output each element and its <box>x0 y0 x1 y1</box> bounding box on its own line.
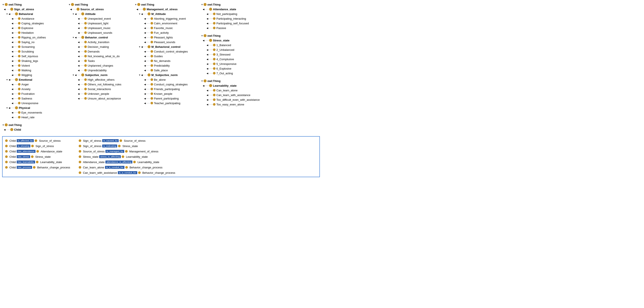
expand-arrow[interactable]: ▼ <box>201 80 204 82</box>
collapse-arrow[interactable]: ◀ <box>144 55 146 57</box>
expand-arrow[interactable]: ▼ <box>68 3 71 6</box>
collapse-arrow[interactable]: ◀ <box>203 8 204 10</box>
collapse-arrow[interactable]: ◀ <box>206 53 208 56</box>
collapse-arrow[interactable]: ◀ <box>78 41 80 43</box>
expand-arrow[interactable]: ▼ <box>6 13 8 15</box>
collapse-arrow[interactable]: ◀ <box>4 129 6 131</box>
collapse-arrow[interactable]: ◀ <box>206 58 208 60</box>
collapse-arrow[interactable]: ◀ <box>12 97 13 100</box>
collapse-arrow[interactable]: ◀ <box>144 32 146 34</box>
expand-arrow[interactable]: ▼ <box>138 13 141 15</box>
collapse-arrow[interactable]: ◀ <box>75 36 76 39</box>
collapse-arrow[interactable]: ◀ <box>12 32 13 34</box>
collapse-arrow[interactable]: ◀ <box>144 69 146 71</box>
collapse-arrow[interactable]: ◀ <box>78 60 80 62</box>
collapse-arrow[interactable]: ◀ <box>12 69 13 71</box>
collapse-arrow[interactable]: ◀ <box>144 27 146 29</box>
collapse-arrow[interactable]: ◀ <box>206 13 208 15</box>
collapse-arrow[interactable]: ◀ <box>144 83 146 86</box>
collapse-arrow[interactable]: ◀ <box>78 64 80 67</box>
collapse-arrow[interactable]: ◀ <box>144 93 146 95</box>
collapse-arrow[interactable]: ◀ <box>12 17 13 20</box>
collapse-arrow[interactable]: ◀ <box>203 39 204 42</box>
collapse-arrow[interactable]: ◀ <box>78 46 80 48</box>
expand-arrow[interactable]: ▼ <box>72 36 75 39</box>
collapse-arrow[interactable]: ◀ <box>78 17 80 20</box>
expand-arrow[interactable]: ▼ <box>2 124 5 126</box>
collapse-arrow[interactable]: ◀ <box>78 22 80 24</box>
collapse-arrow[interactable]: ◀ <box>206 72 208 74</box>
collapse-arrow[interactable]: ◀ <box>206 89 208 92</box>
collapse-arrow[interactable]: ◀ <box>12 50 13 53</box>
collapse-arrow[interactable]: ◀ <box>12 22 13 24</box>
collapse-arrow[interactable]: ◀ <box>141 74 143 76</box>
collapse-arrow[interactable]: ◀ <box>144 64 146 67</box>
collapse-arrow[interactable]: ◀ <box>75 74 76 76</box>
collapse-arrow[interactable]: ◀ <box>206 63 208 65</box>
expand-arrow[interactable]: ▼ <box>72 13 75 15</box>
collapse-arrow[interactable]: ◀ <box>78 27 80 29</box>
collapse-arrow[interactable]: ◀ <box>144 97 146 100</box>
collapse-arrow[interactable]: ◀ <box>144 17 146 20</box>
collapse-arrow[interactable]: ◀ <box>144 50 146 53</box>
collapse-arrow[interactable]: ◀ <box>12 36 13 39</box>
expand-arrow[interactable]: ▼ <box>2 3 5 6</box>
collapse-arrow[interactable]: ◀ <box>206 103 208 106</box>
collapse-arrow[interactable]: ◀ <box>12 60 13 62</box>
collapse-arrow[interactable]: ◀ <box>12 83 13 86</box>
collapse-arrow[interactable]: ◀ <box>70 8 72 10</box>
collapse-arrow[interactable]: ◀ <box>206 17 208 20</box>
collapse-arrow[interactable]: ◀ <box>12 27 13 29</box>
collapse-arrow[interactable]: ◀ <box>78 79 80 81</box>
collapse-arrow[interactable]: ◀ <box>78 69 80 71</box>
collapse-arrow[interactable]: ◀ <box>78 93 80 95</box>
collapse-arrow[interactable]: ◀ <box>206 99 208 101</box>
collapse-arrow[interactable]: ◀ <box>12 111 13 114</box>
collapse-arrow[interactable]: ◀ <box>144 60 146 62</box>
collapse-arrow[interactable]: ◀ <box>206 94 208 96</box>
collapse-arrow[interactable]: ◀ <box>144 79 146 81</box>
collapse-arrow[interactable]: ◀ <box>206 22 208 24</box>
expand-arrow[interactable]: ▼ <box>201 35 204 37</box>
collapse-arrow[interactable]: ◀ <box>144 102 146 104</box>
expand-arrow[interactable]: ▼ <box>201 3 204 6</box>
expand-arrow[interactable]: ▼ <box>6 107 8 109</box>
collapse-arrow[interactable]: ◀ <box>144 88 146 90</box>
collapse-arrow[interactable]: ◀ <box>75 13 76 15</box>
collapse-arrow[interactable]: ◀ <box>12 46 13 48</box>
collapse-arrow[interactable]: ◀ <box>12 41 13 43</box>
collapse-arrow[interactable]: ◀ <box>203 85 204 87</box>
collapse-arrow[interactable]: ◀ <box>144 36 146 39</box>
collapse-arrow[interactable]: ◀ <box>8 13 10 15</box>
collapse-arrow[interactable]: ◀ <box>78 55 80 57</box>
collapse-arrow[interactable]: ◀ <box>78 50 80 53</box>
collapse-arrow[interactable]: ◀ <box>206 27 208 29</box>
expand-arrow[interactable]: ▼ <box>72 74 75 76</box>
collapse-arrow[interactable]: ◀ <box>78 83 80 86</box>
collapse-arrow[interactable]: ◀ <box>12 93 13 95</box>
expand-arrow[interactable]: ▼ <box>6 79 8 81</box>
collapse-arrow[interactable]: ◀ <box>4 8 6 10</box>
collapse-arrow[interactable]: ◀ <box>8 79 10 81</box>
collapse-arrow[interactable]: ◀ <box>206 44 208 46</box>
collapse-arrow[interactable]: ◀ <box>12 102 13 104</box>
collapse-arrow[interactable]: ◀ <box>136 8 138 10</box>
collapse-arrow[interactable]: ◀ <box>12 88 13 90</box>
collapse-arrow[interactable]: ◀ <box>206 67 208 70</box>
collapse-arrow[interactable]: ◀ <box>206 49 208 51</box>
collapse-arrow[interactable]: ◀ <box>78 32 80 34</box>
collapse-arrow[interactable]: ◀ <box>12 55 13 57</box>
collapse-arrow[interactable]: ◀ <box>141 13 143 15</box>
collapse-arrow[interactable]: ◀ <box>12 64 13 67</box>
collapse-arrow[interactable]: ◀ <box>78 88 80 90</box>
collapse-arrow[interactable]: ◀ <box>8 107 10 109</box>
collapse-arrow[interactable]: ◀ <box>12 74 13 76</box>
collapse-arrow[interactable]: ◀ <box>78 97 80 100</box>
collapse-arrow[interactable]: ◀ <box>144 22 146 24</box>
collapse-arrow[interactable]: ◀ <box>12 116 13 119</box>
expand-arrow[interactable]: ▼ <box>135 3 137 6</box>
collapse-arrow[interactable]: ◀ <box>141 46 143 48</box>
expand-arrow[interactable]: ▼ <box>138 46 141 48</box>
collapse-arrow[interactable]: ◀ <box>144 41 146 43</box>
expand-arrow[interactable]: ▼ <box>138 74 141 76</box>
